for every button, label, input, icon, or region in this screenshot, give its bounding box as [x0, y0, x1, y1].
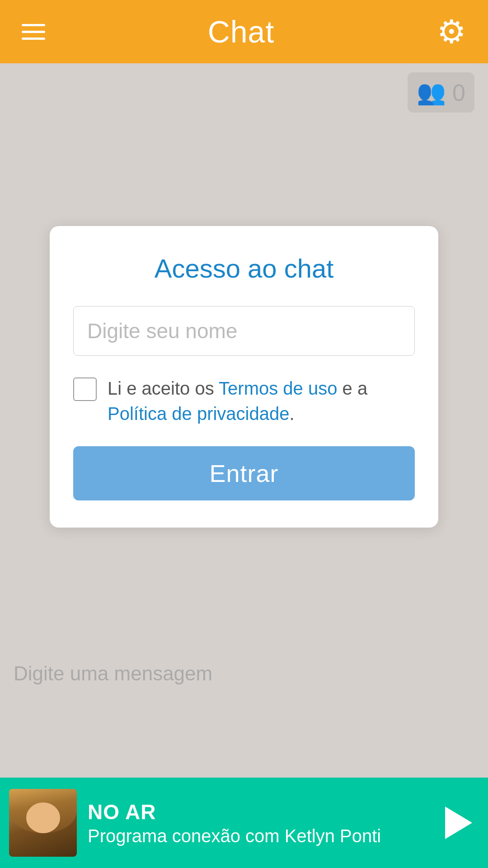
- page-title: Chat: [208, 14, 275, 49]
- settings-icon[interactable]: ⚙: [437, 13, 466, 51]
- avatar-image: [9, 789, 77, 857]
- users-icon: 👥: [417, 79, 446, 106]
- terms-checkbox[interactable]: [73, 377, 97, 401]
- chat-area: 👥 0 Acesso ao chat Li e aceito os Termos…: [0, 63, 488, 805]
- terms-row: Li e aceito os Termos de uso e a Polític…: [73, 376, 415, 426]
- banner-text: NO AR Programa conexão com Ketlyn Ponti: [88, 800, 427, 846]
- online-count: 0: [452, 79, 465, 106]
- message-input-bar: Digite uma mensagem: [0, 651, 488, 696]
- privacy-policy-link[interactable]: Política de privacidade: [108, 404, 289, 424]
- name-input[interactable]: [73, 306, 415, 356]
- play-button[interactable]: [438, 802, 479, 843]
- terms-of-use-link[interactable]: Termos de uso: [219, 378, 337, 398]
- app-header: Chat ⚙: [0, 0, 488, 63]
- program-name: Programa conexão com Ketlyn Ponti: [88, 826, 427, 846]
- terms-text: Li e aceito os Termos de uso e a Polític…: [108, 376, 415, 426]
- menu-button[interactable]: [22, 24, 45, 40]
- enter-button[interactable]: Entrar: [73, 446, 415, 500]
- play-icon: [445, 807, 472, 839]
- chat-login-modal: Acesso ao chat Li e aceito os Termos de …: [50, 226, 438, 528]
- avatar: [9, 789, 77, 857]
- online-counter: 👥 0: [408, 72, 474, 113]
- bottom-banner: NO AR Programa conexão com Ketlyn Ponti: [0, 778, 488, 868]
- on-air-label: NO AR: [88, 800, 427, 824]
- modal-title: Acesso ao chat: [73, 253, 415, 283]
- message-placeholder: Digite uma mensagem: [14, 662, 212, 685]
